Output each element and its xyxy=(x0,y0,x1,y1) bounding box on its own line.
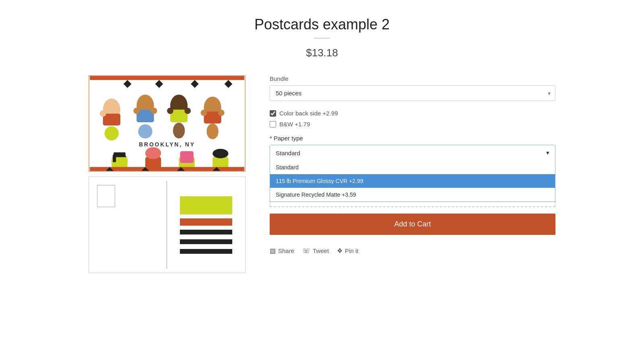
bundle-select-wrapper: 25 pieces 50 pieces 100 pieces 200 piece… xyxy=(270,85,555,101)
svg-point-16 xyxy=(218,110,225,116)
paper-option-standard[interactable]: Standard xyxy=(270,160,555,174)
svg-point-21 xyxy=(105,126,119,140)
svg-point-22 xyxy=(138,124,152,138)
facebook-icon: ▧ xyxy=(270,247,276,255)
product-back-image xyxy=(89,177,246,273)
color-back-option-row: Color back side +2.99 xyxy=(270,110,555,117)
pin-it-link[interactable]: ❖ Pin it xyxy=(337,247,358,255)
product-options: Bundle 25 pieces 50 pieces 100 pieces 20… xyxy=(270,75,555,255)
svg-point-38 xyxy=(213,149,228,158)
pinterest-icon: ❖ xyxy=(337,247,343,255)
tweet-link[interactable]: ☏ Tweet xyxy=(302,247,329,255)
svg-point-11 xyxy=(167,108,173,114)
share-label: Share xyxy=(278,247,294,254)
design-yellow-block xyxy=(180,196,232,214)
pin-label: Pin it xyxy=(345,247,358,254)
tweet-label: Tweet xyxy=(313,247,329,254)
paper-type-selected-text: Standard xyxy=(276,150,300,156)
svg-point-8 xyxy=(151,108,157,114)
bundle-select[interactable]: 25 pieces 50 pieces 100 pieces 200 piece… xyxy=(270,85,555,101)
paper-type-dropdown[interactable]: Standard ▾ Standard 115 lb Premium Gloss… xyxy=(270,145,555,161)
svg-point-7 xyxy=(133,108,140,114)
bundle-section: Bundle 25 pieces 50 pieces 100 pieces 20… xyxy=(270,75,555,101)
share-facebook-link[interactable]: ▧ Share xyxy=(270,247,294,255)
product-images: BROOKLYN, NY xyxy=(89,75,246,273)
svg-point-12 xyxy=(184,108,191,114)
title-divider xyxy=(314,38,330,39)
bw-checkbox[interactable] xyxy=(270,121,276,128)
paper-option-signature-recycled[interactable]: Signature Recycled Matte +3.59 xyxy=(270,188,555,202)
design-black-block-3 xyxy=(180,249,232,254)
svg-rect-29 xyxy=(113,154,116,162)
product-front-image: BROOKLYN, NY xyxy=(89,75,246,172)
paper-type-selected[interactable]: Standard ▾ xyxy=(270,145,555,160)
paper-option-premium-glossy[interactable]: 115 lb Premium Glossy CVR +2.99 xyxy=(270,174,555,188)
svg-point-24 xyxy=(206,123,219,139)
twitter-icon: ☏ xyxy=(302,247,310,255)
price-display: $13.18 xyxy=(89,47,555,59)
color-back-label: Color back side +2.99 xyxy=(279,110,338,117)
options-section: Color back side +2.99 B&W +1.79 xyxy=(270,110,555,128)
svg-point-32 xyxy=(145,147,161,159)
svg-point-4 xyxy=(100,111,106,117)
design-black-block-2 xyxy=(180,239,232,244)
svg-text:BROOKLYN, NY: BROOKLYN, NY xyxy=(139,142,195,148)
paper-type-heading: * Paper type xyxy=(270,135,555,142)
svg-rect-37 xyxy=(213,157,228,169)
svg-point-15 xyxy=(201,110,207,116)
design-orange-block xyxy=(180,218,232,226)
social-share: ▧ Share ☏ Tweet ❖ Pin it xyxy=(270,247,555,255)
stamp-area xyxy=(97,185,115,207)
page-title: Postcards example 2 xyxy=(89,16,555,33)
paper-type-arrow-icon: ▾ xyxy=(546,149,549,156)
bw-label: B&W +1.79 xyxy=(279,121,310,128)
bw-option-row: B&W +1.79 xyxy=(270,121,555,128)
paper-type-options-list: Standard 115 lb Premium Glossy CVR +2.99… xyxy=(270,160,555,202)
svg-rect-35 xyxy=(180,151,193,163)
design-black-block-1 xyxy=(180,230,232,234)
svg-point-23 xyxy=(173,123,185,138)
bundle-label: Bundle xyxy=(270,75,555,82)
paper-type-label-text: Paper type xyxy=(274,135,303,142)
color-back-checkbox[interactable] xyxy=(270,110,276,117)
svg-rect-1 xyxy=(90,76,244,80)
add-to-cart-button[interactable]: Add to Cart xyxy=(270,214,555,235)
paper-type-section: * Paper type Standard ▾ Standard 115 lb … xyxy=(270,135,555,161)
